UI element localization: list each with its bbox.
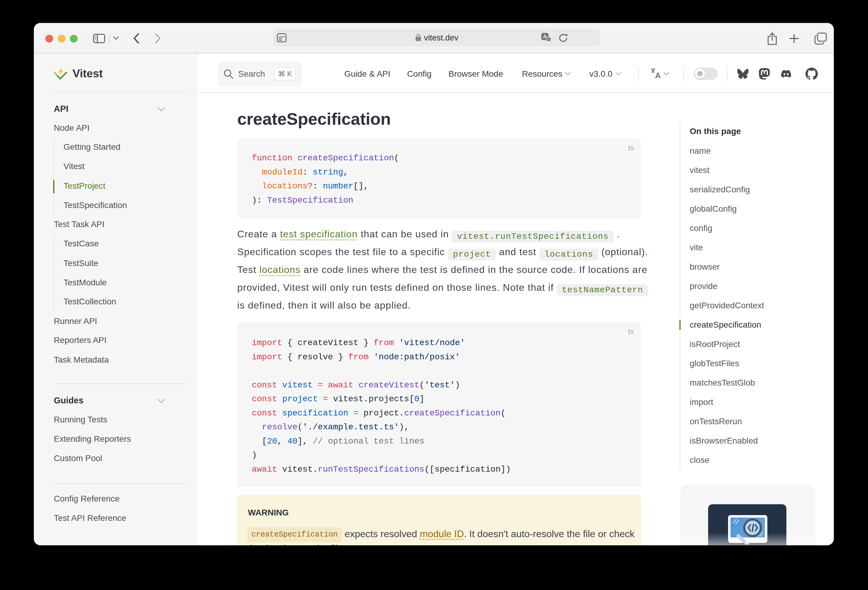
svg-text:A: A [655, 71, 661, 79]
svg-text:x: x [548, 38, 549, 41]
